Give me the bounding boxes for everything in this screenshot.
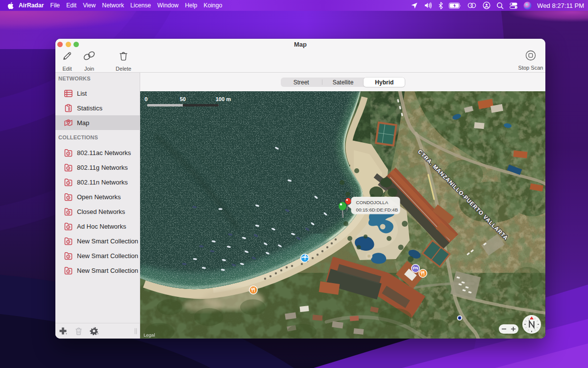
svg-text:50: 50 [180, 96, 186, 102]
svg-text:00:15:6D:DE:FD:4B: 00:15:6D:DE:FD:4B [356, 207, 398, 212]
svg-text:0: 0 [145, 96, 147, 102]
svg-text:Legal: Legal [144, 332, 155, 338]
svg-text:100 m: 100 m [216, 96, 231, 102]
svg-text:CONDOJOLLA: CONDOJOLLA [356, 200, 389, 205]
